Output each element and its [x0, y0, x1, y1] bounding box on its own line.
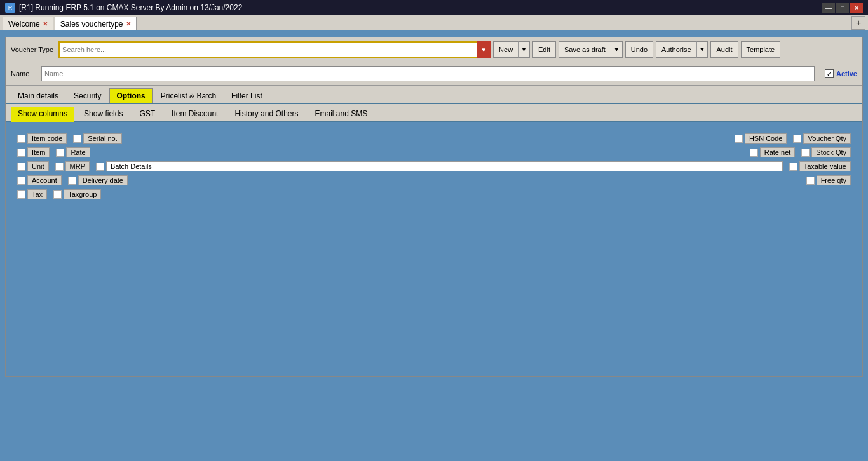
checkbox-row-2: Item Rate Rate net Stock Qty	[17, 147, 851, 157]
sub-tabs: Show columns Show fields GST Item Discou…	[6, 104, 862, 122]
toolbar: Voucher Type ▼ New ▼ Edit Save as draft …	[6, 37, 862, 62]
tab-filter-list[interactable]: Filter List	[224, 88, 269, 103]
checkboxes-area: Item code Serial no. HSN Code Vou	[12, 128, 856, 208]
authorise-dropdown-arrow[interactable]: ▼	[696, 41, 709, 58]
subtab-show-fields[interactable]: Show fields	[77, 107, 130, 121]
tab-pricelist-batch[interactable]: Pricelist & Batch	[154, 88, 223, 103]
new-button[interactable]: New	[493, 41, 518, 58]
cb-rate: Rate	[56, 147, 90, 157]
maximize-button[interactable]: □	[836, 3, 849, 13]
tab-welcome-close[interactable]: ✕	[43, 20, 48, 27]
account-label: Account	[27, 175, 62, 185]
active-checkbox[interactable]: ✓	[825, 69, 834, 78]
authorise-button[interactable]: Authorise	[656, 41, 696, 58]
save-draft-dropdown-arrow[interactable]: ▼	[611, 41, 623, 58]
cb-stock-qty: Stock Qty	[801, 147, 851, 157]
title-bar: R [R1] Running ERP 5.1 on CMAX Server By…	[0, 0, 868, 15]
cb-unit: Unit	[17, 161, 49, 171]
taxgroup-label: Taxgroup	[64, 189, 101, 199]
delivery-date-checkbox[interactable]	[68, 177, 76, 185]
item-checkbox[interactable]	[17, 149, 25, 157]
cb-voucher-qty: Voucher Qty	[793, 133, 851, 144]
item-code-checkbox[interactable]	[17, 135, 25, 143]
tab-sales-vouchertype[interactable]: Sales vouchertype ✕	[55, 17, 137, 30]
taxable-value-checkbox[interactable]	[789, 163, 797, 171]
tab-options[interactable]: Options	[109, 88, 152, 103]
cb-hsn-code: HSN Code	[735, 133, 787, 144]
minimize-button[interactable]: —	[822, 3, 835, 13]
tab-main-details[interactable]: Main details	[11, 88, 65, 103]
active-area: ✓ Active	[825, 69, 857, 78]
cb-batch-details: Batch Details	[96, 161, 783, 171]
undo-button[interactable]: Undo	[625, 41, 653, 58]
stock-qty-label: Stock Qty	[811, 147, 851, 157]
edit-button[interactable]: Edit	[532, 41, 556, 58]
app-icon: R	[5, 3, 15, 13]
subtab-email-sms[interactable]: Email and SMS	[308, 107, 375, 121]
rate-net-checkbox[interactable]	[750, 149, 758, 157]
audit-button[interactable]: Audit	[710, 41, 738, 58]
cb-taxable-value: Taxable value	[789, 161, 851, 171]
subtab-item-discount[interactable]: Item Discount	[165, 107, 225, 121]
tab-bar: Welcome ✕ Sales vouchertype ✕ +	[0, 15, 868, 32]
cb-mrp: MRP	[55, 161, 90, 171]
tab-security[interactable]: Security	[67, 88, 108, 103]
cb-item-code: Item code	[17, 133, 67, 144]
title-text: [R1] Running ERP 5.1 on CMAX Server By A…	[19, 3, 242, 12]
search-input[interactable]	[58, 41, 491, 58]
tab-sales-label: Sales vouchertype	[60, 20, 123, 29]
tax-label: Tax	[27, 189, 47, 199]
hsn-code-label: HSN Code	[745, 133, 787, 144]
authorise-btn-group: Authorise ▼	[656, 41, 708, 58]
unit-label: Unit	[27, 161, 49, 171]
tab-welcome[interactable]: Welcome ✕	[3, 17, 53, 30]
tab-welcome-label: Welcome	[8, 20, 40, 29]
save-as-draft-button[interactable]: Save as draft	[559, 41, 611, 58]
options-content: Item code Serial no. HSN Code Vou	[6, 122, 862, 376]
close-button[interactable]: ✕	[850, 3, 863, 13]
rate-label: Rate	[66, 147, 90, 157]
window-controls: — □ ✕	[822, 3, 863, 13]
tax-checkbox[interactable]	[17, 190, 25, 199]
cb-delivery-date: Delivery date	[68, 175, 128, 185]
batch-details-checkbox[interactable]	[96, 163, 104, 171]
taxgroup-checkbox[interactable]	[53, 190, 62, 199]
name-label: Name	[11, 70, 36, 77]
voucher-qty-label: Voucher Qty	[803, 133, 851, 144]
stock-qty-checkbox[interactable]	[801, 149, 810, 157]
form-area: Voucher Type ▼ New ▼ Edit Save as draft …	[5, 37, 863, 377]
template-button[interactable]: Template	[741, 41, 781, 58]
batch-details-label: Batch Details	[106, 161, 783, 171]
unit-checkbox[interactable]	[17, 163, 25, 171]
serial-no-label: Serial no.	[83, 133, 121, 144]
new-dropdown-arrow[interactable]: ▼	[518, 41, 530, 58]
delivery-date-label: Delivery date	[78, 175, 128, 185]
main-content: Voucher Type ▼ New ▼ Edit Save as draft …	[0, 32, 868, 461]
checkbox-row-4: Account Delivery date Free qty	[17, 175, 851, 185]
account-checkbox[interactable]	[17, 177, 25, 185]
cb-account: Account	[17, 175, 62, 185]
subtab-gst[interactable]: GST	[132, 107, 162, 121]
search-dropdown-button[interactable]: ▼	[477, 41, 491, 58]
add-tab-button[interactable]: +	[851, 16, 865, 30]
cb-serial-no: Serial no.	[73, 133, 121, 144]
name-row: Name ✓ Active	[6, 62, 862, 86]
rate-checkbox[interactable]	[56, 149, 64, 157]
checkbox-row-5: Tax Taxgroup	[17, 189, 851, 199]
new-btn-group: New ▼	[493, 41, 530, 58]
cb-tax: Tax	[17, 189, 47, 199]
hsn-code-checkbox[interactable]	[735, 135, 743, 143]
taxable-value-label: Taxable value	[799, 161, 851, 171]
voucher-qty-checkbox[interactable]	[793, 135, 801, 143]
name-input[interactable]	[41, 66, 815, 81]
free-qty-checkbox[interactable]	[806, 177, 815, 185]
tab-sales-close[interactable]: ✕	[126, 20, 131, 27]
subtab-history[interactable]: History and Others	[227, 107, 305, 121]
voucher-type-label: Voucher Type	[11, 46, 53, 53]
checkbox-row-1: Item code Serial no. HSN Code Vou	[17, 133, 851, 144]
mrp-checkbox[interactable]	[55, 163, 64, 171]
serial-no-checkbox[interactable]	[73, 135, 81, 143]
subtab-show-columns[interactable]: Show columns	[11, 107, 74, 122]
save-draft-btn-group: Save as draft ▼	[559, 41, 623, 58]
active-label: Active	[836, 70, 857, 77]
